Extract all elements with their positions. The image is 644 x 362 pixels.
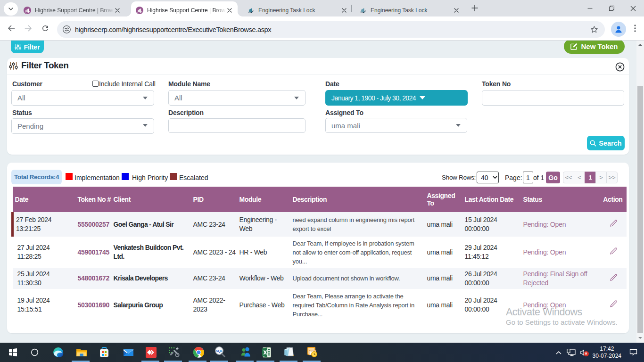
svg-text:SQL: SQL [216,349,223,353]
